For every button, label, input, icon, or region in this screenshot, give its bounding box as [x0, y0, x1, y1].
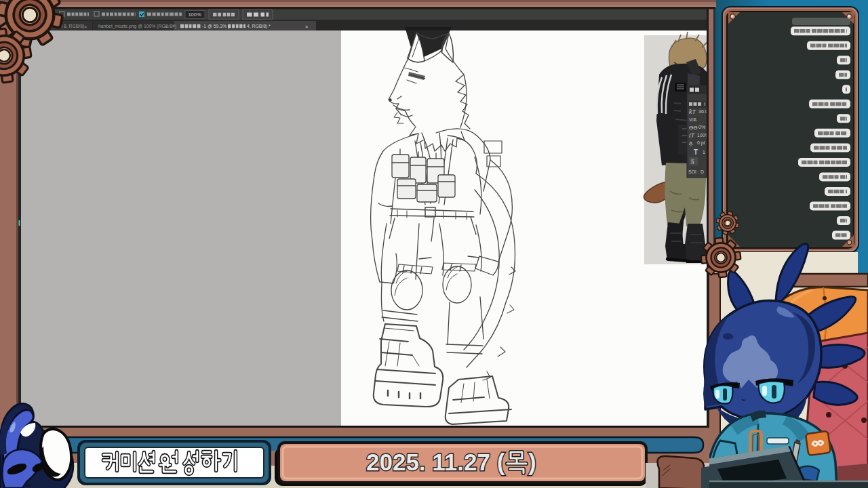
svg-text:4, RGB/8) *: 4, RGB/8) * — [247, 24, 271, 29]
svg-text:-1 @ 59.3% (: -1 @ 59.3% ( — [202, 24, 230, 29]
svg-text:0 pt: 0 pt — [697, 140, 705, 146]
svg-text:0%: 0% — [698, 125, 705, 129]
svg-text:A̧: A̧ — [689, 140, 693, 146]
svg-text:×: × — [165, 24, 167, 30]
svg-text:×: × — [84, 24, 87, 30]
svg-text:fi: fi — [691, 159, 694, 165]
svg-text:36.0: 36.0 — [698, 109, 708, 114]
svg-text:8, RGB/8): 8, RGB/8) — [64, 24, 84, 29]
svg-text:T: T — [694, 148, 698, 156]
svg-text:100%: 100% — [188, 12, 201, 18]
svg-text:2025. 11.27 (: 2025. 11.27 ( — [366, 449, 505, 475]
svg-text:ƟƟ: ƟƟ — [689, 125, 697, 131]
svg-text:): ) — [528, 449, 536, 475]
svg-text:1: 1 — [703, 150, 705, 155]
svg-text:×: × — [305, 24, 308, 30]
svg-text:V/A: V/A — [689, 117, 697, 122]
svg-text:SOI : D: SOI : D — [688, 169, 704, 174]
svg-text:ƙT: ƙT — [689, 108, 697, 115]
